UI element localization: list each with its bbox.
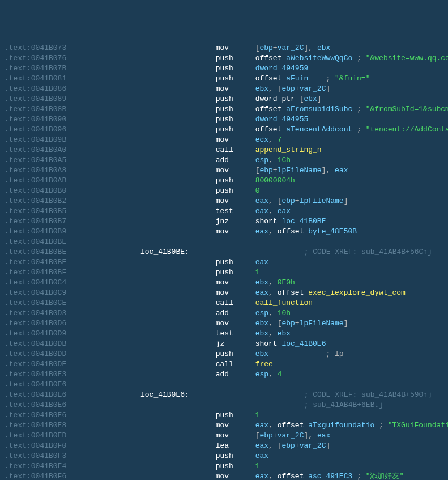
asm-line[interactable]: .text:0041B0D6 mov ebx, [ebp+lpFileName] xyxy=(5,318,443,329)
operand-plain: ; xyxy=(268,349,335,359)
asm-line[interactable]: .text:0041B0D3 add esp, 10h xyxy=(5,308,443,318)
operand-reg: eax xyxy=(255,451,268,461)
operand-reg: eax xyxy=(255,227,268,237)
mnemonic: mov xyxy=(216,135,255,145)
operand-punct: ] xyxy=(326,84,330,94)
asm-line[interactable]: .text:0041B0B0 push 0 xyxy=(5,186,443,196)
asm-line[interactable]: .text:0041B0BE loc_41B0BE: ; CODE XREF: … xyxy=(5,247,443,257)
asm-line[interactable]: .text:0041B0E6 xyxy=(5,380,443,390)
asm-line[interactable]: .text:0041B073 mov [ebp+var_2C], ebx xyxy=(5,43,443,53)
mnemonic: push xyxy=(216,94,255,104)
asm-line[interactable]: .text:0041B0F0 lea eax, [ebp+var_2C] xyxy=(5,441,443,451)
operand-func: exec_iexplore_dywt_com xyxy=(308,288,406,298)
asm-line[interactable]: .text:0041B0DD push ebx ; lp xyxy=(5,349,443,359)
operand-reg: ebp xyxy=(281,196,295,206)
asm-line[interactable]: .text:0041B0BF push 1 xyxy=(5,267,443,278)
address: .text:0041B073 xyxy=(5,43,140,53)
address: .text:0041B0ED xyxy=(5,431,140,441)
operand-punct: , xyxy=(268,471,278,480)
asm-line[interactable]: .text:0041B081 push offset aFuin ; "&fui… xyxy=(5,74,443,84)
mnemonic xyxy=(216,237,255,247)
operand-num: 1Ch xyxy=(278,155,291,165)
asm-line[interactable]: .text:0041B0BE push eax xyxy=(5,257,443,267)
asm-line[interactable]: .text:0041B089 push dword ptr [ebx] xyxy=(5,94,443,104)
asm-line[interactable]: .text:0041B076 push offset aWebsiteWwwQq… xyxy=(5,53,443,63)
operand-reg: ebx xyxy=(317,43,330,53)
asm-line[interactable]: .text:0041B0E6 push 1 xyxy=(5,410,443,420)
asm-line[interactable]: .text:0041B090 push dword_494955 xyxy=(5,114,443,125)
operand-punct: + xyxy=(295,196,300,206)
xref-comment: ; CODE XREF: sub_41AB4B+590↑j xyxy=(304,390,432,400)
operand-punct: + xyxy=(295,84,300,94)
operand-sym: var_2C xyxy=(300,84,326,94)
asm-line[interactable]: .text:0041B096 push offset aTencentAddco… xyxy=(5,125,443,135)
asm-line[interactable]: .text:0041B0CE call call_function xyxy=(5,298,443,308)
asm-line[interactable]: .text:0041B0F3 push eax xyxy=(5,451,443,461)
operand-reg: ebp xyxy=(259,43,272,53)
operand-plain: ; xyxy=(352,53,365,63)
operand-punct: + xyxy=(273,431,278,441)
asm-line[interactable]: .text:0041B0DE call free xyxy=(5,359,443,369)
operand-white: short xyxy=(255,339,282,349)
operand-punct: ] xyxy=(344,196,348,206)
asm-line[interactable]: .text:0041B0ED mov [ebp+var_2C], eax xyxy=(5,431,443,441)
mnemonic: push xyxy=(216,53,255,63)
operand-reg: eax xyxy=(278,206,291,216)
operand-reg: ebx xyxy=(255,318,268,329)
operand-sym: aFromsubid1Subc xyxy=(286,104,352,114)
operand-sym: asc_491EC3 xyxy=(308,471,352,480)
operand-punct: + xyxy=(295,318,300,329)
operand-reg: esp xyxy=(255,369,268,380)
asm-line[interactable]: .text:0041B09B mov ecx, 7 xyxy=(5,135,443,145)
mnemonic: push xyxy=(216,267,255,278)
operand-white: dword ptr xyxy=(255,94,300,104)
operand-white: offset xyxy=(278,420,309,431)
address: .text:0041B0A0 xyxy=(5,145,140,155)
operand-str: "&fromSubId=1&subcmd=all&uin=" xyxy=(366,104,448,114)
asm-line[interactable]: .text:0041B0BE xyxy=(5,237,443,247)
asm-line[interactable]: .text:0041B0DB jz short loc_41B0E6 xyxy=(5,339,443,349)
mnemonic: push xyxy=(216,104,255,114)
address: .text:0041B0CE xyxy=(5,298,140,308)
asm-line[interactable]: .text:0041B0A8 mov [ebp+lpFileName], eax xyxy=(5,165,443,176)
operand-punct: , [ xyxy=(268,196,281,206)
address: .text:0041B0F0 xyxy=(5,441,140,451)
asm-line[interactable]: .text:0041B0E6 loc_41B0E6: ; CODE XREF: … xyxy=(5,390,443,400)
asm-line[interactable]: .text:0041B0B9 mov eax, offset byte_48E5… xyxy=(5,227,443,237)
operand-punct: , [ xyxy=(268,84,281,94)
mnemonic: mov xyxy=(216,318,255,329)
address: .text:0041B0AB xyxy=(5,176,140,186)
asm-line[interactable]: .text:0041B0AB push 80000004h xyxy=(5,176,443,186)
mnemonic: push xyxy=(216,125,255,135)
asm-line[interactable]: .text:0041B0A0 call append_string_n xyxy=(5,145,443,155)
asm-line[interactable]: .text:0041B0C4 mov ebx, 0E0h xyxy=(5,278,443,288)
operand-reg: ebp xyxy=(281,318,295,329)
asm-line[interactable]: .text:0041B0B5 test eax, eax xyxy=(5,206,443,216)
address: .text:0041B0E6 xyxy=(5,380,140,390)
operand-white: short xyxy=(255,216,282,227)
asm-line[interactable]: .text:0041B0F6 mov eax, offset asc_491EC… xyxy=(5,471,443,480)
mnemonic: mov xyxy=(216,84,255,94)
operand-plain: ; xyxy=(352,471,365,480)
asm-line[interactable]: .text:0041B0E3 add esp, 4 xyxy=(5,369,443,380)
operand-punct: + xyxy=(295,441,300,451)
asm-line[interactable]: .text:0041B0C9 mov eax, offset exec_iexp… xyxy=(5,288,443,298)
asm-line[interactable]: .text:0041B0B7 jnz short loc_41B0BE xyxy=(5,216,443,227)
asm-line[interactable]: .text:0041B07B push dword_494959 xyxy=(5,63,443,74)
operand-func: call_function xyxy=(255,298,313,308)
asm-line[interactable]: .text:0041B0A5 add esp, 1Ch xyxy=(5,155,443,165)
asm-line[interactable]: .text:0041B0F4 push 1 xyxy=(5,461,443,471)
mnemonic: push xyxy=(216,186,255,196)
asm-line[interactable]: .text:0041B0E6 ; sub_41AB4B+6EB↓j xyxy=(5,400,443,410)
operand-punct: ] xyxy=(317,94,322,104)
asm-line[interactable]: .text:0041B0E8 mov eax, offset aTxguifou… xyxy=(5,420,443,431)
asm-line[interactable]: .text:0041B08B push offset aFromsubid1Su… xyxy=(5,104,443,114)
operand-white: offset xyxy=(278,288,309,298)
mnemonic: mov xyxy=(216,471,255,480)
operand-punct: , xyxy=(268,420,278,431)
mnemonic: test xyxy=(216,206,255,216)
operand-punct: , xyxy=(268,369,278,380)
asm-line[interactable]: .text:0041B0B2 mov eax, [ebp+lpFileName] xyxy=(5,196,443,206)
asm-line[interactable]: .text:0041B0D9 test ebx, ebx xyxy=(5,329,443,339)
asm-line[interactable]: .text:0041B086 mov ebx, [ebp+var_2C] xyxy=(5,84,443,94)
